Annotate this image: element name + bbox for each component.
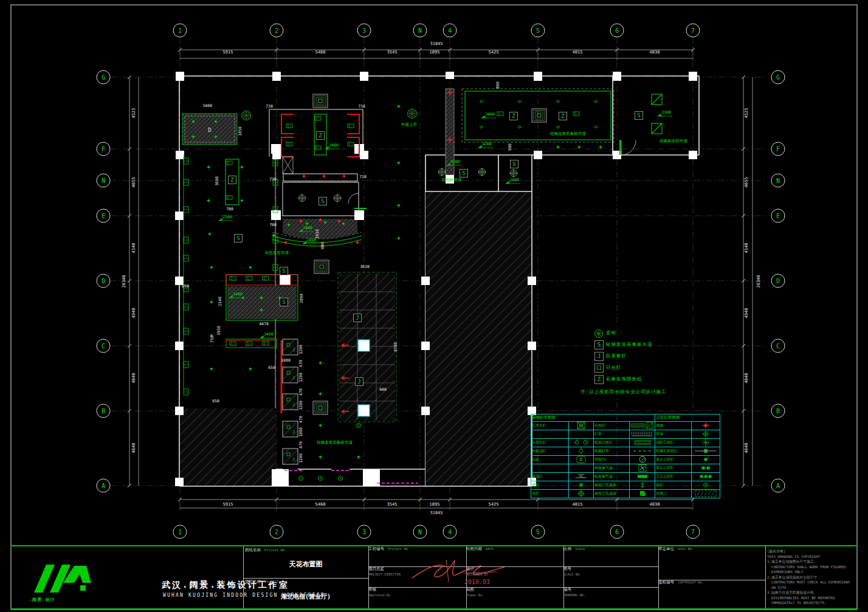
svg-text:730: 730: [266, 104, 273, 109]
grid-bubble: 2: [270, 24, 283, 37]
svg-text:S: S: [637, 112, 640, 119]
svg-text:4140: 4140: [131, 243, 136, 253]
crosshair-icon: [569, 490, 594, 498]
grid-bubble: N: [97, 174, 110, 187]
schedule-fixture-name: 荧光灯: [594, 422, 630, 430]
svg-text:2400: 2400: [509, 177, 519, 182]
svg-text:4030: 4030: [650, 50, 660, 55]
svg-text:C: C: [776, 343, 780, 349]
schedule-fixture-name: 暗装日光灯: [594, 439, 630, 447]
drawing-name-value: 天花布置图: [243, 560, 368, 569]
grid-bubble: 1: [173, 24, 187, 37]
svg-text:2: 2: [275, 529, 278, 535]
field-scale: 比例SCALE: [563, 546, 585, 552]
svg-text:4940: 4940: [131, 308, 136, 318]
schedule-fixture-name: 明装换气扇: [594, 464, 630, 473]
svg-text:2200: 2200: [222, 215, 232, 219]
legend-label: 轻钢龙骨石膏板吊顶: [606, 342, 653, 348]
legend-item: S轻钢龙骨石膏板吊顶: [593, 339, 708, 350]
svg-text:J: J: [292, 376, 295, 380]
d3-icon: [691, 473, 720, 481]
svg-text:4525: 4525: [744, 108, 749, 119]
svg-text:6: 6: [615, 529, 619, 535]
svg-text:4200: 4200: [482, 142, 492, 146]
svg-text:31845: 31845: [430, 41, 443, 46]
svg-text:Z: Z: [230, 177, 234, 183]
svg-text:4140: 4140: [744, 243, 749, 253]
grid-bubble: F: [771, 142, 785, 156]
legend-symbol-S: S: [593, 340, 606, 349]
schedule-row: 白炽吊灯暗装日光灯消防工程灯: [531, 439, 720, 447]
svg-text:1095: 1095: [430, 50, 440, 55]
svg-text:5: 5: [536, 27, 540, 34]
svg-text:1: 1: [178, 529, 182, 535]
grid-bubble: C: [771, 339, 785, 352]
grid-bubble: 4: [443, 525, 456, 538]
svg-text:670: 670: [298, 360, 303, 367]
svg-text:2400: 2400: [303, 225, 312, 230]
svg-text:470: 470: [298, 388, 303, 396]
svg-text:4015: 4015: [573, 50, 583, 55]
sprinkler-icon: [691, 430, 720, 439]
svg-text:1095: 1095: [430, 502, 440, 507]
schedule-fixture-name: 浴霸: [531, 456, 569, 464]
svg-text:F: F: [776, 146, 780, 153]
svg-text:4940: 4940: [744, 308, 749, 318]
svg-text:轻钢龙骨石膏板吊顶: 轻钢龙骨石膏板吊顶: [317, 440, 353, 445]
schedule-row: 灯带喷淋: [531, 430, 720, 439]
logo-caption: .阔景.设计: [29, 597, 55, 603]
svg-text:650: 650: [268, 365, 275, 370]
svg-text:D: D: [102, 278, 105, 284]
legend-symbol-口: 口: [593, 363, 606, 372]
svg-text:4055: 4055: [131, 177, 136, 188]
shaft-xbox: [283, 157, 293, 174]
svg-text:4525: 4525: [131, 108, 136, 119]
svg-text:4: 4: [448, 27, 452, 34]
svg-text:5460: 5460: [315, 502, 326, 507]
svg-text:3400: 3400: [202, 103, 212, 108]
signature-date: 2010.03: [464, 579, 490, 585]
grid-bubble: D: [97, 274, 110, 287]
schedule-fixture-name: 吸顶灯: [531, 473, 569, 481]
svg-text:B: B: [776, 408, 780, 414]
d1-icon: [691, 456, 720, 464]
svg-text:1200: 1200: [298, 373, 303, 382]
xbox-icon: [569, 422, 594, 430]
svg-text:4040: 4040: [131, 373, 136, 383]
svg-text:1200: 1200: [298, 345, 303, 354]
svg-text:S: S: [282, 299, 285, 305]
ceiling-plan-svg: 112233NN44556677GGFFNNEEDDCCBBAA 5915546…: [0, 0, 868, 612]
svg-text:S: S: [462, 170, 465, 176]
schedule-header: 装饰灯具图例: [531, 414, 655, 422]
flower-icon: [569, 481, 594, 490]
svg-text:D: D: [208, 127, 211, 133]
schedule-fixture-name: 暗藏灯带: [594, 447, 630, 456]
schedule-row: 吸顶灯暗装换气扇三头豆胆灯: [531, 473, 720, 481]
legend-item: Z石膏装饰阴角线: [593, 373, 708, 385]
solidrect-icon: [630, 473, 655, 481]
svg-text:750: 750: [210, 335, 215, 343]
field-designed: 设计DESIGNED BY: [466, 566, 488, 577]
svg-text:Z: Z: [512, 113, 515, 119]
void-hatch-bottom-left: [180, 408, 276, 486]
field-project-name: 项目名称Item/ST 湖北电信(营业厅): [243, 578, 368, 611]
field-director: 项目总监PROJECT DIRECTOR: [368, 566, 401, 577]
svg-text:2140: 2140: [218, 297, 222, 306]
schedule-fixture-name: 白炽吊灯: [531, 439, 569, 447]
legend-label: 日光灯: [606, 365, 622, 371]
svg-text:4300: 4300: [450, 159, 460, 164]
svg-text:730: 730: [358, 104, 365, 109]
grid-bubble: F: [97, 142, 110, 156]
field-copyright: 版权编号COPYRIGHT NO.: [658, 580, 704, 585]
svg-text:1850: 1850: [238, 126, 243, 136]
svg-text:4030: 4030: [650, 502, 660, 507]
svg-text:700: 700: [226, 207, 233, 211]
field-approved: 审核Approved By: [368, 587, 390, 597]
grid-bubble: 2: [270, 525, 283, 538]
grid-bubble: C: [97, 339, 110, 352]
svg-text:470: 470: [298, 441, 303, 449]
legend-note: 注:以上投影部分由专业公司设计施工: [580, 389, 667, 395]
grid-bubble: 7: [686, 525, 700, 538]
svg-text:650: 650: [182, 284, 189, 289]
legend-symbol-Z: Z: [593, 375, 606, 383]
